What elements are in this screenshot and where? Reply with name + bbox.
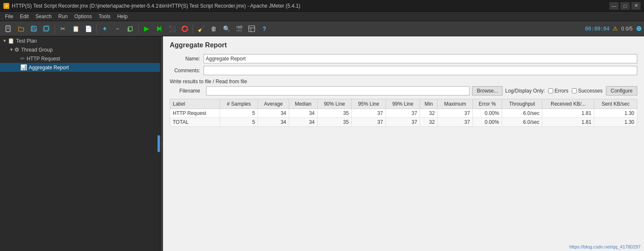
table-cell-1-3: 34 [289, 118, 317, 127]
bottom-url-text: https://blog.csdn.net/qq_41780297 [569, 244, 641, 249]
save-button[interactable] [28, 23, 40, 35]
paste-button[interactable]: 📄 [82, 23, 94, 35]
menu-bar: File Edit Search Run Options Tools Help [0, 12, 644, 21]
start-button[interactable]: ▶ [141, 23, 152, 35]
add-button[interactable]: + [99, 23, 111, 35]
table-cell-1-7: 32 [420, 118, 437, 127]
add-remote-button[interactable]: ⊕ [636, 25, 641, 33]
errors-checkbox-item[interactable]: Errors [548, 88, 568, 94]
col-90line: 90% Line [317, 99, 351, 109]
table-cell-0-0: HTTP Request [170, 109, 220, 118]
http-request-label: HTTP Request [27, 56, 60, 62]
http-request-icon: ✏ [20, 55, 25, 62]
configure-button[interactable]: Configure [606, 86, 637, 95]
table-cell-1-12: 1.30 [594, 118, 637, 127]
menu-options[interactable]: Options [71, 13, 95, 20]
menu-help[interactable]: Help [114, 13, 131, 20]
panel-title: Aggregate Report [170, 41, 637, 49]
aggregate-report-panel: Aggregate Report Name: Comments: Write r… [163, 36, 644, 132]
maximize-button[interactable]: □ [620, 2, 630, 10]
close-button[interactable]: ✕ [631, 2, 641, 10]
test-plan-icon: 📋 [8, 38, 14, 44]
menu-edit[interactable]: Edit [16, 13, 32, 20]
aggregate-report-icon: 📊 [20, 64, 27, 71]
arrow-thread-group: ▼ [9, 47, 14, 52]
title-bar: J HTTP(S) Test Script Recorder.jmx (D:\j… [0, 0, 644, 12]
table-cell-1-6: 37 [386, 118, 420, 127]
sidebar-scrollbar[interactable] [158, 135, 160, 152]
menu-run[interactable]: Run [55, 13, 71, 20]
sidebar-item-http-request[interactable]: ▶ ✏ HTTP Request [0, 54, 160, 63]
clear-button[interactable]: 🧹 [195, 23, 207, 35]
help-button[interactable]: ? [258, 23, 270, 35]
recorder-button[interactable]: 🎬 [233, 23, 245, 35]
table-cell-1-8: 37 [437, 118, 473, 127]
errors-checkbox[interactable] [548, 88, 553, 93]
sidebar-item-thread-group[interactable]: ▼ ⚙ Thread Group [0, 45, 160, 54]
table-cell-0-8: 37 [437, 109, 473, 118]
col-min: Min [420, 99, 437, 109]
col-average: Average [258, 99, 289, 109]
col-99line: 99% Line [386, 99, 420, 109]
col-sent: Sent KB/sec [594, 99, 637, 109]
copy-button[interactable]: 📋 [70, 23, 82, 35]
shutdown-button[interactable]: ⭕ [179, 23, 190, 35]
table-cell-0-10: 6.0/sec [502, 109, 542, 118]
sidebar: ▼ 📋 Test Plan ▼ ⚙ Thread Group ▶ ✏ HTTP … [0, 36, 160, 251]
table-cell-1-4: 35 [317, 118, 351, 127]
clear-all-button[interactable]: 🗑 [208, 23, 220, 35]
sidebar-item-aggregate-report[interactable]: ▶ 📊 Aggregate Report [0, 63, 160, 72]
remove-button[interactable]: − [111, 23, 123, 35]
new-button[interactable] [3, 23, 14, 35]
menu-search[interactable]: Search [32, 13, 55, 20]
save-all-button[interactable] [41, 23, 52, 35]
app-icon: J [3, 3, 9, 9]
start-no-pause-button[interactable] [153, 23, 165, 35]
sidebar-item-test-plan[interactable]: ▼ 📋 Test Plan [0, 36, 160, 45]
search-icon-button[interactable]: 🔍 [220, 23, 232, 35]
name-label: Name: [170, 56, 204, 62]
table-cell-0-7: 32 [420, 109, 437, 118]
title-text: HTTP(S) Test Script Recorder.jmx (D:\jme… [12, 3, 300, 9]
thread-group-icon: ⚙ [14, 46, 19, 53]
report-table: Label # Samples Average Median 90% Line … [170, 99, 637, 127]
counter-display: 0 0/5 [621, 26, 633, 32]
errors-label: Errors [554, 88, 568, 94]
table-cell-1-1: 5 [220, 118, 258, 127]
col-received: Received KB/... [542, 99, 594, 109]
col-median: Median [289, 99, 317, 109]
thread-group-label: Thread Group [21, 47, 53, 53]
svg-rect-5 [32, 29, 35, 31]
comments-input[interactable] [204, 66, 637, 75]
table-cell-0-11: 1.81 [542, 109, 594, 118]
main-area: ▼ 📋 Test Plan ▼ ⚙ Thread Group ▶ ✏ HTTP … [0, 36, 644, 251]
filename-input[interactable] [206, 86, 470, 95]
toolbar: ✂ 📋 📄 + − ▶ ⬛ ⭕ 🧹 🗑 🔍 🎬 ? 00:00:04 ⚠ 0 0… [0, 21, 644, 36]
table-cell-1-0: TOTAL [170, 118, 220, 127]
successes-checkbox-item[interactable]: Successes [572, 88, 603, 94]
table-cell-0-2: 34 [258, 109, 289, 118]
browse-button[interactable]: Browse... [472, 86, 503, 95]
col-samples: # Samples [220, 99, 258, 109]
col-error: Error % [473, 99, 502, 109]
col-label: Label [170, 99, 220, 109]
bottom-url-bar: https://blog.csdn.net/qq_41780297 [566, 243, 644, 251]
table-cell-1-5: 37 [351, 118, 386, 127]
menu-file[interactable]: File [2, 13, 16, 20]
name-input[interactable] [204, 54, 637, 63]
content-area: Aggregate Report Name: Comments: Write r… [163, 36, 644, 251]
arrow-test-plan: ▼ [3, 38, 7, 43]
minimize-button[interactable]: — [609, 2, 619, 10]
successes-label: Successes [578, 88, 603, 94]
successes-checkbox[interactable] [572, 88, 577, 93]
write-results-row: Write results to file / Read from file [170, 79, 637, 85]
duplicate-button[interactable] [124, 23, 136, 35]
warning-icon: ⚠ [613, 25, 618, 32]
table-cell-1-11: 1.81 [542, 118, 594, 127]
open-button[interactable] [15, 23, 27, 35]
col-throughput: Throughput [502, 99, 542, 109]
stop-button[interactable]: ⬛ [166, 23, 178, 35]
menu-tools[interactable]: Tools [95, 13, 114, 20]
cut-button[interactable]: ✂ [57, 23, 69, 35]
templates-button[interactable] [246, 23, 258, 35]
